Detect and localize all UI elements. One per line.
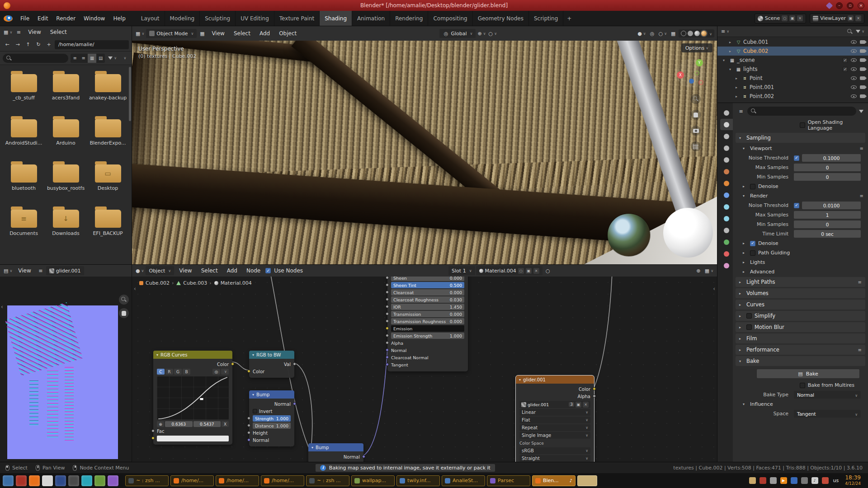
noise-threshold-checkbox[interactable] xyxy=(794,155,799,161)
strength-slider[interactable]: Strength 1.000 xyxy=(253,415,291,422)
workspace-tab[interactable]: Texture Paint xyxy=(274,11,320,26)
properties-section[interactable]: Simplify ≡ xyxy=(736,311,865,321)
bake-space-dropdown[interactable]: Tangent xyxy=(794,410,861,418)
input-socket[interactable] xyxy=(247,417,250,420)
rgb-curves-node[interactable]: RGB Curves Color C R G B xyxy=(153,351,232,445)
editor-type-icon[interactable] xyxy=(720,27,730,36)
axis-negative-handle[interactable] xyxy=(698,80,703,85)
bake-from-multires-checkbox[interactable] xyxy=(800,383,805,388)
workspace-tab[interactable]: Shading xyxy=(320,11,352,26)
principled-input-row[interactable]: Sheen Tint 0.500 xyxy=(391,282,464,288)
sort-button[interactable] xyxy=(107,54,118,63)
taskbar-window-button[interactable]: wallpap... xyxy=(351,475,395,486)
channel-button[interactable]: C xyxy=(157,369,165,375)
blender-logo-icon[interactable] xyxy=(4,15,13,22)
expand-arrow[interactable] xyxy=(739,280,744,284)
material-shading-button[interactable] xyxy=(694,31,700,36)
tray-icon[interactable] xyxy=(822,477,829,484)
outliner-filter-icon[interactable] xyxy=(855,27,865,36)
curve-y-field[interactable]: 0.5437 xyxy=(193,421,221,427)
overlays-icon[interactable] xyxy=(658,29,668,38)
folder-item[interactable]: acers3fand xyxy=(45,70,87,116)
pin-scene-icon[interactable] xyxy=(782,15,788,21)
disable-render-icon[interactable] xyxy=(860,40,865,44)
new-folder-button[interactable] xyxy=(44,40,53,49)
taskbar-window-button[interactable]: /home/... xyxy=(170,475,214,486)
input-socket[interactable] xyxy=(386,277,389,279)
taskbar-window-button[interactable]: Blen... xyxy=(532,475,576,486)
properties-tab[interactable] xyxy=(720,225,733,236)
show-gizmo-icon[interactable] xyxy=(648,29,657,38)
denoise-checkbox[interactable] xyxy=(750,184,755,189)
topbar-menu-item[interactable]: Edit xyxy=(33,11,52,26)
shader-menu-item[interactable]: Select xyxy=(197,265,222,277)
taskbar-app-icon[interactable] xyxy=(16,475,27,486)
shader-type-dropdown[interactable]: Object xyxy=(146,266,174,275)
folder-item[interactable]: anakey-backup xyxy=(87,70,129,116)
preset-icon[interactable]: ≡ xyxy=(858,280,862,285)
input-socket[interactable] xyxy=(386,283,389,286)
taskbar-window-button[interactable]: Parsec xyxy=(487,475,530,486)
principled-input-row[interactable]: Transmission 0.000 xyxy=(391,311,464,317)
sidebar-toggle-chevron[interactable]: ‹ xyxy=(1,304,3,310)
toggle-ortho-icon[interactable] xyxy=(691,141,701,151)
pan-hand-icon[interactable] xyxy=(691,110,701,120)
disable-render-icon[interactable] xyxy=(860,49,865,53)
max-samples-field[interactable]: 0 xyxy=(794,164,861,171)
input-socket[interactable] xyxy=(247,424,250,427)
collection-checkbox[interactable]: ✓ xyxy=(843,58,848,63)
detail-view-button[interactable] xyxy=(79,54,88,63)
expand-arrow[interactable] xyxy=(736,76,740,80)
transfer-mode-icon[interactable] xyxy=(198,29,207,38)
image-datablock-selector[interactable]: glider.001 xyxy=(46,266,84,275)
taskbar-window-button[interactable]: ~ : zsh ... xyxy=(125,475,169,486)
min-samples-field[interactable]: 0 xyxy=(794,173,861,181)
properties-search-input[interactable] xyxy=(747,107,856,116)
solid-shading-button[interactable] xyxy=(688,31,693,36)
shader-menu-item[interactable]: View xyxy=(175,265,196,277)
properties-tab[interactable] xyxy=(720,236,733,248)
folder-item[interactable]: BlenderExpo... xyxy=(87,116,129,161)
pin-icon[interactable] xyxy=(543,266,552,275)
input-socket[interactable] xyxy=(247,438,250,441)
filter-settings-button[interactable] xyxy=(120,54,129,63)
channel-button[interactable]: B xyxy=(183,369,190,375)
disable-render-icon[interactable] xyxy=(860,85,865,89)
taskbar-app-icon[interactable] xyxy=(55,475,66,486)
window-titlebar[interactable]: Blender* [/home/amalie/Desktop/blender/g… xyxy=(0,0,868,11)
input-socket[interactable] xyxy=(386,363,389,366)
max-samples-field[interactable]: 1 xyxy=(794,211,861,219)
taskbar-app-icon[interactable] xyxy=(108,475,118,486)
principled-bsdf-node[interactable]: Sheen 0.000 Sheen Tint 0.500 Clearcoat 0… xyxy=(387,277,468,371)
bake-type-dropdown[interactable]: Normal xyxy=(794,391,861,399)
noise-threshold-field[interactable]: 0.0100 xyxy=(802,202,861,209)
workspace-tab[interactable]: Rendering xyxy=(390,11,428,26)
viewport-menu-item[interactable]: Object xyxy=(275,26,301,41)
preset-icon[interactable]: ≡ xyxy=(858,347,862,352)
use-nodes-checkbox[interactable] xyxy=(265,268,271,273)
properties-tab[interactable] xyxy=(720,119,733,130)
refresh-button[interactable] xyxy=(34,40,43,49)
principled-input-row[interactable]: Clearcoat Normal xyxy=(391,354,464,361)
shader-menu-item[interactable]: Node xyxy=(242,265,264,277)
color-space-dropdown[interactable]: sRGB xyxy=(519,447,590,454)
folder-item[interactable]: busybox_rootfs xyxy=(45,161,87,206)
principled-input-row[interactable]: Alpha xyxy=(391,340,464,346)
input-socket[interactable] xyxy=(386,305,389,308)
tray-icon[interactable] xyxy=(770,477,777,484)
disable-render-icon[interactable] xyxy=(860,67,865,71)
workspace-tab[interactable]: Sculpting xyxy=(200,11,236,26)
properties-tab[interactable] xyxy=(720,142,733,154)
axis-negative-handle[interactable] xyxy=(694,70,699,75)
curve-widget[interactable] xyxy=(157,376,229,420)
image-menu-icon[interactable] xyxy=(36,266,45,275)
workspace-tab[interactable]: UV Editing xyxy=(236,11,274,26)
options-button[interactable]: Options xyxy=(681,43,712,52)
outliner-row[interactable]: Point.001 ✓ xyxy=(717,83,868,92)
workspace-tab[interactable]: Compositing xyxy=(428,11,472,26)
input-socket[interactable] xyxy=(386,348,389,352)
workspace-tab[interactable]: Animation xyxy=(352,11,390,26)
hide-viewport-icon[interactable] xyxy=(851,40,857,44)
navigation-gizmo[interactable]: X Y xyxy=(676,59,705,88)
image-option-dropdown[interactable]: Repeat xyxy=(519,424,590,431)
